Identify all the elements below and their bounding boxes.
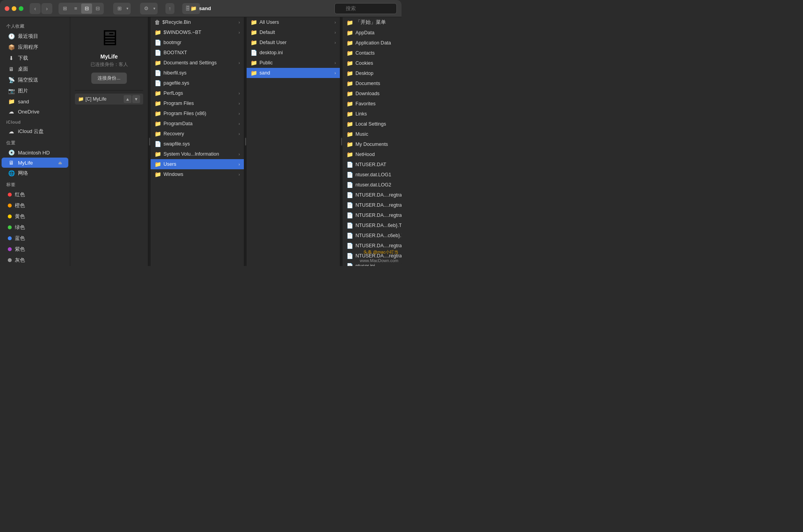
folder-icon: 📁 [346, 131, 353, 137]
breadcrumb-down-button[interactable]: ▼ [132, 95, 140, 103]
file-name: Recovery [163, 131, 236, 137]
file-icon: 📄 [346, 263, 353, 266]
share-button[interactable]: ↑ [165, 3, 174, 14]
eject-icon[interactable]: ⏏ [58, 160, 62, 165]
sidebar-item-desktop[interactable]: 🖥 桌面 [2, 64, 68, 74]
list-item[interactable]: 📁 Favorites › [343, 99, 402, 109]
macintosh-icon: 💿 [8, 149, 15, 156]
sidebar-item-sand-label: sand [18, 99, 29, 105]
list-item[interactable]: 📁 Desktop › [343, 68, 402, 78]
list-item[interactable]: 📄 bootmgr [151, 37, 244, 48]
view-extra-button[interactable]: ⊞ [114, 4, 125, 14]
list-item[interactable]: 📄 NTUSER.DA....regtrans-ms [343, 190, 402, 200]
connect-button[interactable]: 连接身份... [91, 73, 126, 84]
file-name: PerfLogs [163, 90, 236, 96]
list-item[interactable]: 📄 ntuser.dat.LOG1 [343, 170, 402, 180]
sidebar-item-downloads[interactable]: ⬇ 下载 [2, 53, 68, 64]
tag-yellow-dot [8, 215, 12, 218]
list-item[interactable]: 📁 Music › [343, 129, 402, 139]
list-item[interactable]: 📄 BOOTNXT [151, 48, 244, 58]
tag-orange-label: 橙色 [15, 202, 25, 209]
sidebar-item-tag-red[interactable]: 红色 [2, 189, 68, 200]
list-item[interactable]: 📁 Downloads › [343, 89, 402, 99]
list-item[interactable]: 📁 AppData › [343, 28, 402, 38]
maximize-button[interactable] [19, 6, 23, 11]
view-column-button[interactable]: ⊟ [81, 4, 92, 14]
list-item[interactable]: 📁 All Users › [247, 17, 340, 27]
breadcrumb-folder-icon: 📁 [78, 96, 84, 102]
sidebar-item-tag-yellow[interactable]: 黄色 [2, 211, 68, 222]
view-gallery-button[interactable]: ⊟ [92, 4, 103, 14]
sidebar-item-network[interactable]: 🌐 网络 [2, 168, 68, 179]
minimize-button[interactable] [12, 6, 16, 11]
breadcrumb-item: 📁 [C] MyLife ▲ ▼ [75, 94, 143, 105]
list-item[interactable]: 📁 $WINDOWS.~BT › [151, 27, 244, 37]
list-item[interactable]: 📁 Public › [247, 58, 340, 68]
list-item[interactable]: 📁 Windows › [151, 169, 244, 179]
list-item[interactable]: 📁 Documents and Settings › [151, 58, 244, 68]
device-icon: 🖥 [98, 25, 120, 50]
sidebar-item-sand[interactable]: 📁 sand [2, 96, 68, 106]
sidebar-item-tag-gray[interactable]: 灰色 [2, 255, 68, 266]
list-item[interactable]: 📄 pagefile.sys [151, 78, 244, 88]
list-item[interactable]: 📄 ntuser.dat.LOG2 [343, 180, 402, 190]
list-item[interactable]: 📁 My Documents › [343, 139, 402, 149]
list-item[interactable]: 📁 Recovery › [151, 129, 244, 139]
list-item[interactable]: 📁 Program Files › [151, 98, 244, 108]
list-item[interactable]: 📄 NTUSER.DA....regtrans-ms [343, 210, 402, 220]
list-item[interactable]: 📁 Cookies › [343, 58, 402, 68]
list-item[interactable]: 📁 NetHood › [343, 149, 402, 160]
file-name: swapfile.sys [163, 141, 240, 147]
folder-icon: 📁 [346, 50, 353, 56]
list-item[interactable]: 📁 Documents › [343, 78, 402, 89]
view-extra-arrow: ▾ [125, 6, 130, 11]
list-item[interactable]: 📁 Local Settings › [343, 119, 402, 129]
list-item[interactable]: 📄 swapfile.sys [151, 139, 244, 149]
list-item[interactable]: 📁 Links › [343, 109, 402, 119]
list-item[interactable]: 🗑 $Recycle.Bin › [151, 17, 244, 27]
list-item[interactable]: 📁 Application Data › [343, 38, 402, 48]
list-item[interactable]: 📄 desktop.ini [247, 48, 340, 58]
breadcrumb-up-button[interactable]: ▲ [124, 95, 131, 103]
view-icon-button[interactable]: ⊞ [59, 4, 70, 14]
file-name: System Volu...Information [163, 151, 236, 157]
file-name: pagefile.sys [163, 80, 240, 86]
list-item[interactable]: 📄 NTUSER.DA...c6eb}.TM.blf [343, 231, 402, 241]
sidebar-item-icloud[interactable]: ☁ iCloud 云盘 [2, 126, 68, 137]
file-icon: 📄 [346, 161, 353, 168]
list-item[interactable]: 📁 「开始」菜单 › [343, 17, 402, 28]
list-item[interactable]: 📁 Users › [151, 159, 244, 169]
back-button[interactable]: ‹ [30, 3, 41, 14]
list-item[interactable]: 📁 Default › [247, 27, 340, 37]
list-item[interactable]: 📁 System Volu...Information › [151, 149, 244, 159]
sidebar-item-mylife[interactable]: 🖥 MyLife ⏏ [2, 158, 68, 168]
list-item[interactable]: 📁 Program Files (x86) › [151, 108, 244, 119]
sidebar-item-tag-orange[interactable]: 橙色 [2, 200, 68, 211]
sidebar-item-apps[interactable]: 📦 应用程序 [2, 42, 68, 53]
list-item[interactable]: 📄 hiberfil.sys [151, 68, 244, 78]
sidebar-item-tag-purple[interactable]: 紫色 [2, 244, 68, 255]
list-item[interactable]: 📄 NTUSER.DA....regtrans-ms [343, 200, 402, 210]
list-item[interactable]: 📁 Contacts › [343, 48, 402, 58]
breadcrumb-arrows: ▲ ▼ [124, 95, 140, 103]
forward-button[interactable]: › [41, 3, 52, 14]
file-name: NetHood [355, 152, 402, 157]
list-item[interactable]: 📁 Default User › [247, 37, 340, 48]
list-item[interactable]: 📁 sand › [247, 68, 340, 78]
sidebar-item-airdrop[interactable]: 📡 隔空投送 [2, 74, 68, 85]
list-item[interactable]: 📄 NTUSER.DA...6eb}.TxR.blf [343, 220, 402, 231]
sidebar-item-photos[interactable]: 📷 图片 [2, 85, 68, 96]
file-icon: 📄 [346, 222, 353, 229]
list-item[interactable]: 📁 ProgramData › [151, 119, 244, 129]
view-list-button[interactable]: ≡ [70, 4, 81, 14]
sidebar-item-macintosh[interactable]: 💿 Macintosh HD [2, 147, 68, 158]
list-item[interactable]: 📁 PerfLogs › [151, 88, 244, 98]
sidebar-item-tag-blue[interactable]: 蓝色 [2, 233, 68, 244]
search-input[interactable] [334, 3, 397, 14]
close-button[interactable] [5, 6, 9, 11]
sidebar-item-tag-green[interactable]: 绿色 [2, 222, 68, 233]
gear-button[interactable]: ⚙ [141, 4, 152, 14]
sidebar-item-recent[interactable]: 🕐 最近项目 [2, 31, 68, 42]
sidebar-item-onedrive[interactable]: ☁ OneDrive [2, 106, 68, 117]
list-item[interactable]: 📄 NTUSER.DAT [343, 160, 402, 170]
